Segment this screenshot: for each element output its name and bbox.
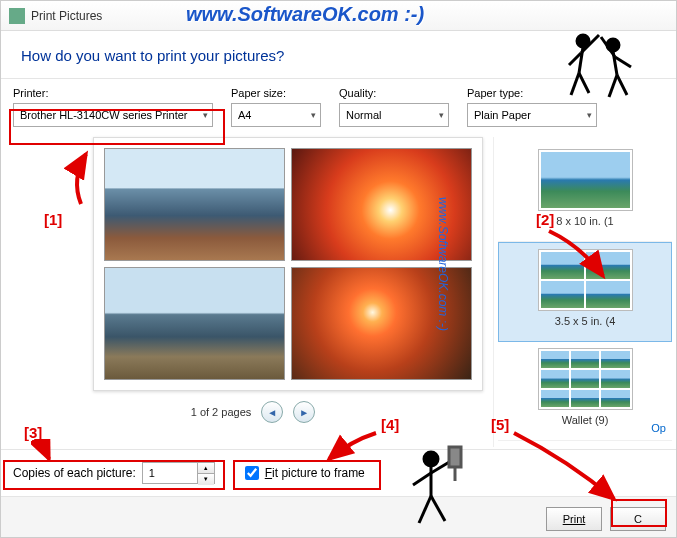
layout-option-8x10[interactable]: 8 x 10 in. (1	[498, 143, 672, 242]
layout-label: 3.5 x 5 in. (4	[503, 315, 667, 327]
print-options-row: Printer: Brother HL-3140CW series Printe…	[1, 79, 676, 137]
layout-label: Wallet (9)	[502, 414, 668, 426]
chevron-down-icon: ▾	[587, 110, 592, 120]
paper-type-select[interactable]: Plain Paper ▾	[467, 103, 597, 127]
fit-to-frame-label[interactable]: Fit picture to frame	[265, 466, 365, 480]
next-page-button[interactable]: ►	[293, 401, 315, 423]
chevron-down-icon: ▾	[311, 110, 316, 120]
copies-label: Copies of each picture:	[13, 466, 136, 480]
layout-label: 8 x 10 in. (1	[502, 215, 668, 227]
cancel-button[interactable]: C	[610, 507, 666, 531]
options-link[interactable]: Op	[651, 422, 666, 434]
prev-page-button[interactable]: ◄	[261, 401, 283, 423]
paper-size-label: Paper size:	[231, 87, 321, 99]
print-button[interactable]: Print	[546, 507, 602, 531]
quality-select[interactable]: Normal ▾	[339, 103, 449, 127]
paper-size-select[interactable]: A4 ▾	[231, 103, 321, 127]
layout-option-wallet[interactable]: Wallet (9)	[498, 342, 672, 441]
preview-image	[291, 148, 472, 261]
copies-stepper[interactable]: ▲ ▼	[142, 462, 215, 484]
preview-image	[291, 267, 472, 380]
paper-type-value: Plain Paper	[474, 109, 531, 121]
printer-value: Brother HL-3140CW series Printer	[20, 109, 188, 121]
copies-down-button[interactable]: ▼	[198, 474, 214, 485]
app-icon	[9, 8, 25, 24]
paper-type-label: Paper type:	[467, 87, 597, 99]
printer-select[interactable]: Brother HL-3140CW series Printer ▾	[13, 103, 213, 127]
quality-value: Normal	[346, 109, 381, 121]
fit-to-frame-checkbox[interactable]	[245, 466, 259, 480]
pager-text: 1 of 2 pages	[191, 406, 252, 418]
copies-input[interactable]	[143, 463, 197, 483]
chevron-down-icon: ▾	[439, 110, 444, 120]
chevron-down-icon: ▾	[203, 110, 208, 120]
quality-label: Quality:	[339, 87, 449, 99]
paper-size-value: A4	[238, 109, 251, 121]
copies-up-button[interactable]: ▲	[198, 463, 214, 474]
window-title: Print Pictures	[31, 9, 102, 23]
preview-image	[104, 148, 285, 261]
layout-option-3-5x5[interactable]: 3.5 x 5 in. (4	[498, 242, 672, 342]
page-title: How do you want to print your pictures?	[1, 31, 676, 78]
layout-list[interactable]: 8 x 10 in. (1 3.5 x 5 in. (4 Wallet (9)	[493, 137, 676, 447]
preview-image	[104, 267, 285, 380]
print-preview: www.SoftwareOK.com :-)	[93, 137, 483, 391]
printer-label: Printer:	[13, 87, 213, 99]
